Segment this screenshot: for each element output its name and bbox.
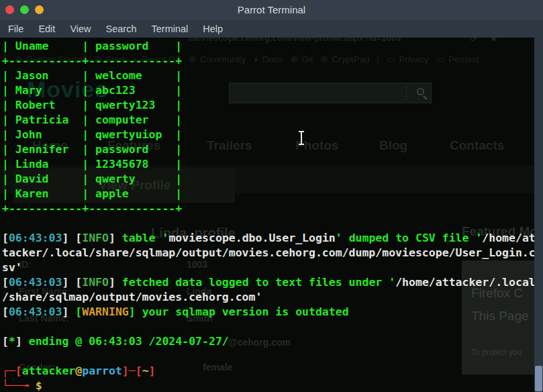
menu-edit[interactable]: Edit	[31, 20, 62, 38]
terminal-output: | Uname | password |+-----------+-------…	[2, 39, 539, 392]
terminal-window: Parrot Terminal FileEditViewSearchTermin…	[0, 0, 543, 392]
terminal-line: | Jason | welcome |	[2, 68, 539, 83]
titlebar[interactable]: Parrot Terminal	[0, 0, 543, 20]
menu-file[interactable]: File	[1, 20, 31, 38]
terminal-line	[2, 320, 539, 334]
terminal-line: └──╼ $	[2, 379, 539, 392]
terminal-line: | David | qwerty |	[2, 172, 539, 187]
terminal-line: [*] ending @ 06:43:03 /2024-07-27/	[2, 334, 539, 349]
terminal-line: +-----------+-------------+	[2, 54, 539, 68]
terminal-line: [06:43:03] [INFO] table 'moviescope.dbo.…	[2, 231, 539, 246]
terminal-line	[2, 349, 539, 364]
menu-search[interactable]: Search	[99, 20, 144, 38]
terminal-line: | Uname | password |	[2, 39, 539, 54]
terminal-line: ┌─[attacker@parrot]─[~]	[2, 364, 539, 379]
terminal-line: | Patricia | computer |	[2, 113, 539, 128]
terminal-line: | Jennifer | password |	[2, 142, 539, 157]
terminal-line: [06:43:03] [WARNING] your sqlmap version…	[2, 305, 539, 320]
terminal-line	[2, 216, 539, 231]
mouse-cursor-ibeam	[298, 131, 305, 145]
window-title: Parrot Terminal	[0, 0, 543, 20]
terminal-scrollbar[interactable]	[534, 38, 543, 392]
terminal-line: | Robert | qwerty123 |	[2, 98, 539, 113]
scrollbar-thumb[interactable]	[535, 366, 542, 391]
terminal-line: | Karen | apple |	[2, 187, 539, 201]
menu-terminal[interactable]: Terminal	[144, 20, 196, 38]
terminal-line: | Linda | 12345678 |	[2, 157, 539, 172]
menu-help[interactable]: Help	[195, 20, 230, 38]
menubar: FileEditViewSearchTerminalHelp	[0, 20, 543, 38]
terminal-line: sv'	[2, 260, 539, 275]
terminal-line: +-----------+-------------+	[2, 201, 539, 216]
terminal-line: tacker/.local/share/sqlmap/output/movies…	[2, 246, 539, 260]
terminal-line: [06:43:03] [INFO] fetched data logged to…	[2, 275, 539, 290]
terminal-line: | John | qwertyuiop |	[2, 128, 539, 142]
terminal-screen[interactable]: moviescope.cehorg.com/view-profile.aspx?…	[0, 38, 543, 392]
terminal-line: /share/sqlmap/output/movies.cehorg.com'	[2, 290, 539, 305]
terminal-line: | Mary | abc123 |	[2, 83, 539, 98]
menu-view[interactable]: View	[62, 20, 98, 38]
